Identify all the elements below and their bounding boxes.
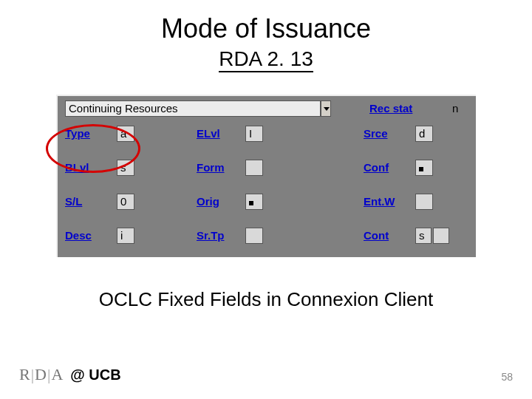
dropdown-icon[interactable] bbox=[321, 100, 331, 117]
grid-row: BLvl s Form Conf bbox=[64, 158, 470, 179]
field-label-srtp[interactable]: Sr.Tp bbox=[197, 229, 225, 242]
grid-row: Type a ELvl I Srce d bbox=[64, 124, 470, 145]
rda-logo: R|D|A bbox=[19, 365, 63, 384]
logo-letter: D bbox=[35, 365, 47, 383]
field-value-form[interactable] bbox=[245, 160, 263, 176]
field-label-entw[interactable]: Ent.W bbox=[364, 195, 395, 208]
logo-letter: R bbox=[19, 365, 30, 383]
field-label-elvl[interactable]: ELvl bbox=[197, 127, 220, 140]
field-label-desc[interactable]: Desc bbox=[65, 229, 92, 242]
field-value-srce[interactable]: d bbox=[415, 126, 433, 142]
rec-stat-label[interactable]: Rec stat bbox=[369, 102, 412, 115]
footer: R|D|A @ UCB bbox=[19, 365, 121, 384]
field-label-srce[interactable]: Srce bbox=[364, 127, 388, 140]
slide-caption: OCLC Fixed Fields in Connexion Client bbox=[0, 288, 532, 311]
fixed-fields-panel: Continuing Resources Rec stat n Type a E… bbox=[56, 95, 476, 257]
dot-icon bbox=[419, 167, 423, 171]
slide: Mode of Issuance RDA 2. 13 Continuing Re… bbox=[0, 0, 532, 399]
rec-stat-value: n bbox=[452, 102, 458, 115]
field-label-blvl[interactable]: BLvl bbox=[65, 161, 89, 174]
field-label-form[interactable]: Form bbox=[197, 161, 225, 174]
grid-row: S/L 0 Orig Ent.W bbox=[64, 192, 470, 213]
slide-subtitle: RDA 2. 13 bbox=[0, 47, 532, 71]
field-value-srtp[interactable] bbox=[245, 228, 263, 244]
field-value-cont-extra[interactable] bbox=[433, 228, 449, 244]
field-label-cont[interactable]: Cont bbox=[364, 229, 389, 242]
fixed-fields-grid: Type a ELvl I Srce d BLvl s Form Conf S/… bbox=[64, 124, 470, 251]
field-value-elvl[interactable]: I bbox=[245, 126, 263, 142]
field-value-cont[interactable]: s bbox=[415, 228, 432, 244]
field-label-type[interactable]: Type bbox=[65, 127, 90, 140]
logo-letter: A bbox=[51, 365, 63, 383]
field-value-sl[interactable]: 0 bbox=[117, 194, 134, 210]
field-label-orig[interactable]: Orig bbox=[197, 195, 219, 208]
field-label-conf[interactable]: Conf bbox=[364, 161, 389, 174]
rda-ref: RDA 2. 13 bbox=[219, 47, 313, 72]
slide-title: Mode of Issuance bbox=[0, 13, 532, 44]
dot-icon bbox=[249, 201, 253, 205]
resource-type-field[interactable]: Continuing Resources bbox=[65, 100, 321, 117]
field-value-orig[interactable] bbox=[245, 194, 263, 210]
panel-top-row: Continuing Resources Rec stat n bbox=[64, 100, 470, 118]
field-value-type[interactable]: a bbox=[117, 126, 134, 142]
page-number: 58 bbox=[501, 371, 513, 383]
grid-row: Desc i Sr.Tp Cont s bbox=[64, 226, 470, 247]
field-label-sl[interactable]: S/L bbox=[65, 195, 82, 208]
field-value-entw[interactable] bbox=[415, 194, 433, 210]
field-value-conf[interactable] bbox=[415, 160, 433, 176]
field-value-desc[interactable]: i bbox=[117, 228, 134, 244]
footer-text: @ UCB bbox=[70, 366, 120, 383]
field-value-blvl[interactable]: s bbox=[117, 160, 134, 176]
